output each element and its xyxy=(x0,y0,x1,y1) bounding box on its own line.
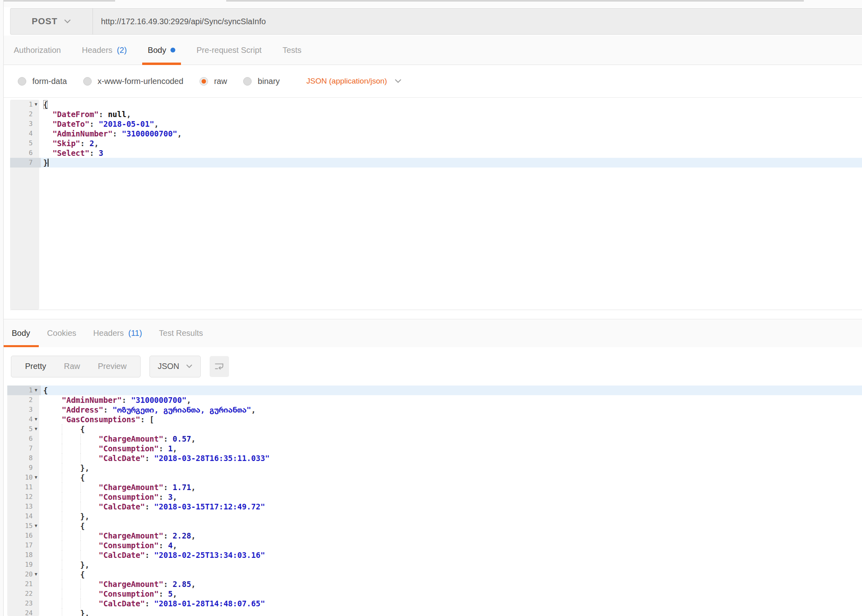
line-number[interactable]: 2▼ xyxy=(10,109,41,119)
radio-icon xyxy=(200,77,208,86)
line-number[interactable]: 24▼ xyxy=(7,608,41,616)
body-type-radio-form-data[interactable]: form-data xyxy=(18,77,67,86)
body-type-radio-binary[interactable]: binary xyxy=(243,77,280,86)
tab-label: Tests xyxy=(283,46,302,55)
token-p: : xyxy=(145,454,154,463)
line-number[interactable]: 7▼ xyxy=(7,444,41,453)
line-number-text: 11 xyxy=(25,482,33,492)
line-number[interactable]: 11▼ xyxy=(7,482,41,492)
indent-guide xyxy=(80,579,81,589)
code-tokens: "CalcDate": "2018-02-25T13:34:03.16" xyxy=(43,551,265,559)
fold-caret-icon[interactable]: ▼ xyxy=(33,521,39,531)
code-tokens: "GasConsumptions": [ xyxy=(43,415,154,424)
code-text: "Select": 3 xyxy=(41,148,862,158)
token-k: "Address" xyxy=(62,405,103,414)
line-number-text: 2 xyxy=(29,395,33,405)
line-number-text: 6 xyxy=(29,148,33,158)
body-type-radio-x-www-form-urlencoded[interactable]: x-www-form-urlencoded xyxy=(83,77,183,86)
code-tokens: "Consumption": 4, xyxy=(43,541,177,550)
code-line: 5▼ "Skip": 2, xyxy=(10,138,862,148)
code-line: 16▼ "ChargeAmount": 2.28, xyxy=(7,531,862,541)
line-number[interactable]: 10▼ xyxy=(7,473,41,482)
line-number[interactable]: 15▼ xyxy=(7,521,41,531)
code-tokens: "Consumption": 3, xyxy=(43,492,177,501)
tab-headers[interactable]: Headers(2) xyxy=(71,36,137,65)
line-number[interactable]: 19▼ xyxy=(7,560,41,570)
fold-caret-icon[interactable]: ▼ xyxy=(33,100,39,109)
tab-authorization[interactable]: Authorization xyxy=(3,36,71,65)
response-body-viewer[interactable]: 1▼{2▼ "AdminNumber": "3100000700",3▼ "Ad… xyxy=(7,386,862,616)
tab-tests[interactable]: Tests xyxy=(272,36,312,65)
line-number[interactable]: 16▼ xyxy=(7,531,41,541)
tab-pre-request-script[interactable]: Pre-request Script xyxy=(186,36,272,65)
view-button-preview[interactable]: Preview xyxy=(89,362,135,371)
line-number[interactable]: 3▼ xyxy=(10,119,41,129)
request-body-editor[interactable]: 1▼{2▼ "DateFrom": null,3▼ "DateTo": "201… xyxy=(10,100,862,310)
fold-caret-icon[interactable]: ▼ xyxy=(33,415,39,424)
indent-guide xyxy=(80,434,81,444)
line-number[interactable]: 5▼ xyxy=(10,138,41,148)
radio-icon xyxy=(18,77,26,86)
fold-caret-icon[interactable]: ▼ xyxy=(33,473,39,482)
line-number[interactable]: 7▼ xyxy=(10,158,41,168)
view-button-raw[interactable]: Raw xyxy=(55,362,89,371)
line-number[interactable]: 4▼ xyxy=(7,415,41,424)
code-text: }, xyxy=(41,560,862,570)
indent-guide xyxy=(80,541,81,550)
line-number[interactable]: 9▼ xyxy=(7,463,41,473)
line-number[interactable]: 20▼ xyxy=(7,570,41,579)
line-number[interactable]: 13▼ xyxy=(7,502,41,511)
token-p: : xyxy=(122,396,131,404)
code-line: 15▼ { xyxy=(7,521,862,531)
line-number[interactable]: 4▼ xyxy=(10,129,41,138)
line-number-text: 14 xyxy=(25,511,33,521)
line-number[interactable]: 1▼ xyxy=(7,386,41,395)
fold-caret-icon[interactable]: ▼ xyxy=(33,386,39,395)
line-number[interactable]: 6▼ xyxy=(10,148,41,158)
code-line: 7▼ "Consumption": 1, xyxy=(7,444,862,453)
indent-guide xyxy=(62,541,62,550)
code-tokens: "ChargeAmount": 2.85, xyxy=(43,580,196,589)
body-type-radio-raw[interactable]: raw xyxy=(200,77,227,86)
line-number[interactable]: 1▼ xyxy=(10,100,41,109)
tab-body[interactable]: Body xyxy=(137,36,186,65)
content-type-dropdown[interactable]: JSON (application/json) xyxy=(307,77,402,86)
line-number[interactable]: 6▼ xyxy=(7,434,41,444)
response-tab-body[interactable]: Body xyxy=(3,319,39,347)
token-p: }, xyxy=(80,560,90,569)
line-number[interactable]: 17▼ xyxy=(7,541,41,550)
fold-caret-icon[interactable]: ▼ xyxy=(33,424,39,434)
line-number[interactable]: 21▼ xyxy=(7,579,41,589)
line-number[interactable]: 3▼ xyxy=(7,405,41,415)
line-number[interactable]: 14▼ xyxy=(7,511,41,521)
wrap-text-button[interactable] xyxy=(210,356,229,377)
line-number[interactable]: 18▼ xyxy=(7,550,41,560)
indent-guide xyxy=(62,424,62,434)
line-number[interactable]: 8▼ xyxy=(7,453,41,463)
tab-bar-edge-segment xyxy=(3,0,115,2)
fold-caret-icon[interactable]: ▼ xyxy=(33,570,39,579)
indent-guide xyxy=(62,492,62,502)
url-input[interactable]: http://172.16.49.30:2929/api/Sync/syncSl… xyxy=(93,8,862,34)
line-number[interactable]: 5▼ xyxy=(7,424,41,434)
response-tab-test-results[interactable]: Test Results xyxy=(151,319,212,347)
token-p: , xyxy=(177,129,182,138)
line-number[interactable]: 2▼ xyxy=(7,395,41,405)
http-method-dropdown[interactable]: POST xyxy=(11,8,93,34)
response-language-dropdown[interactable]: JSON xyxy=(149,356,200,377)
code-text: "Consumption": 3, xyxy=(41,492,862,502)
line-number[interactable]: 23▼ xyxy=(7,599,41,608)
token-n: 1 xyxy=(168,444,172,453)
tab-label: Body xyxy=(148,46,166,55)
view-button-pretty[interactable]: Pretty xyxy=(16,362,55,371)
indent-guide xyxy=(62,570,62,579)
code-text: { xyxy=(41,521,862,531)
indent-guide xyxy=(80,492,81,502)
token-n: 4 xyxy=(168,541,172,550)
response-tab-cookies[interactable]: Cookies xyxy=(39,319,85,347)
line-number[interactable]: 22▼ xyxy=(7,589,41,599)
response-tab-headers[interactable]: Headers(11) xyxy=(85,319,151,347)
line-number[interactable]: 12▼ xyxy=(7,492,41,502)
code-tokens: "CalcDate": "2018-03-28T16:35:11.033" xyxy=(43,454,270,463)
code-tokens: "ChargeAmount": 2.28, xyxy=(43,531,196,540)
